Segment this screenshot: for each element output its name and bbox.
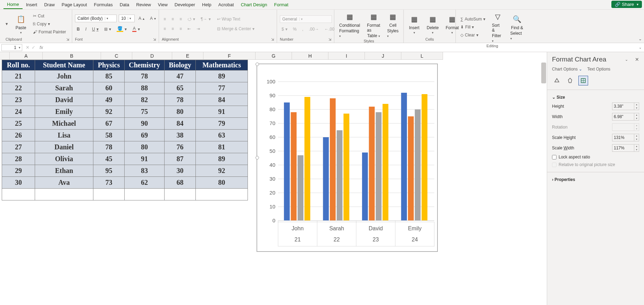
tab-draw[interactable]: Draw [41, 1, 58, 9]
table-row[interactable]: 25Michael67908479 [2, 118, 248, 130]
cell[interactable]: 88 [125, 82, 165, 94]
cell[interactable]: 65 [165, 82, 196, 94]
column-header[interactable]: F [203, 52, 256, 60]
italic-button[interactable]: I [84, 26, 88, 33]
cell[interactable]: 29 [2, 165, 35, 177]
text-options-tab[interactable]: Text Options [587, 67, 610, 72]
cell[interactable]: 27 [2, 141, 35, 153]
table-row[interactable]: 30Ava73626880 [2, 177, 248, 189]
undo-redo-dropdown[interactable]: ▾ [6, 21, 10, 26]
table-header[interactable]: Roll no. [2, 60, 35, 71]
name-box[interactable]: 1 [1, 44, 22, 51]
cell[interactable] [93, 189, 125, 200]
cell[interactable]: 77 [196, 82, 248, 94]
chart-handle-w[interactable] [256, 156, 259, 159]
cell[interactable]: 82 [125, 94, 165, 106]
column-header[interactable]: J [365, 52, 401, 60]
cell[interactable]: 60 [93, 82, 125, 94]
column-header[interactable]: G [256, 52, 292, 60]
fill-color-button[interactable]: 🪣 ▾ [115, 25, 128, 33]
cell[interactable]: 85 [93, 71, 125, 82]
cell[interactable]: 45 [93, 153, 125, 165]
column-header[interactable]: L [401, 52, 443, 60]
column-header[interactable]: H [292, 52, 328, 60]
clear-button[interactable]: ◇Clear ▾ [459, 32, 487, 39]
indent-dec-icon[interactable]: ⇤ [186, 25, 193, 32]
align-right-icon[interactable]: ≡ [178, 25, 184, 32]
align-left-icon[interactable]: ≡ [162, 25, 168, 32]
align-center-icon[interactable]: ≡ [170, 25, 176, 32]
tab-format[interactable]: Format [271, 1, 292, 9]
vertical-scrollbar[interactable] [541, 63, 546, 83]
column-header[interactable]: C [101, 52, 132, 60]
column-header[interactable]: D [132, 52, 172, 60]
scale-height-input[interactable]: 131%▴▾ [612, 134, 639, 141]
table-row[interactable]: 22Sarah60886577 [2, 82, 248, 94]
cell[interactable]: Daniel [35, 141, 93, 153]
cell[interactable]: Olivia [35, 153, 93, 165]
format-as-table-button[interactable]: ▦Format asTable ▾ [365, 10, 382, 39]
cell[interactable] [35, 189, 93, 200]
cell[interactable] [125, 189, 165, 200]
copy-button[interactable]: ⎘Copy ▾ [31, 20, 68, 27]
cell[interactable]: 69 [125, 130, 165, 141]
cell[interactable]: 83 [125, 165, 165, 177]
cell[interactable]: 68 [165, 177, 196, 189]
cell[interactable] [196, 189, 248, 200]
chart-handle-nw[interactable] [256, 63, 259, 66]
cell[interactable]: 80 [196, 177, 248, 189]
paste-button[interactable]: 📋 Paste▾ [13, 13, 28, 35]
table-header[interactable]: Mathematics [196, 60, 248, 71]
table-row[interactable]: 28Olivia45918789 [2, 153, 248, 165]
cell[interactable]: 78 [93, 141, 125, 153]
tab-data[interactable]: Data [116, 1, 133, 9]
height-input[interactable]: 3.38"▴▾ [612, 102, 639, 110]
conditional-formatting-button[interactable]: ▦ConditionalFormatting ▾ [337, 10, 362, 39]
pane-options-dropdown[interactable]: ⌄ [625, 57, 628, 62]
cell[interactable]: 63 [196, 130, 248, 141]
cell[interactable]: 87 [165, 153, 196, 165]
cell[interactable]: 84 [196, 94, 248, 106]
increase-font-icon[interactable]: A▴ [137, 15, 146, 22]
cell[interactable]: 76 [165, 141, 196, 153]
sort-filter-button[interactable]: ▽Sort &Filter ▾ [490, 10, 505, 44]
cell[interactable]: 75 [125, 106, 165, 118]
fill-line-icon[interactable] [552, 76, 562, 85]
table-row[interactable]: 26Lisa58693863 [2, 130, 248, 141]
expand-formula-bar-icon[interactable]: ⌄ [638, 46, 644, 49]
cell[interactable]: 92 [93, 106, 125, 118]
align-bottom-icon[interactable]: ≡ [178, 16, 184, 23]
cell[interactable]: 38 [165, 130, 196, 141]
align-top-icon[interactable]: ≡ [162, 16, 168, 23]
cancel-formula-icon[interactable]: ✕ [26, 45, 30, 50]
number-launcher[interactable]: ⇲ [328, 38, 331, 41]
size-properties-icon[interactable] [578, 76, 588, 85]
cell[interactable]: 73 [93, 177, 125, 189]
tab-developer[interactable]: Developer [171, 1, 199, 9]
cut-button[interactable]: ✂Cut [31, 13, 68, 19]
cell[interactable]: 80 [125, 141, 165, 153]
table-header[interactable]: Physics [93, 60, 125, 71]
cell[interactable]: 81 [196, 141, 248, 153]
cell[interactable] [2, 189, 35, 200]
chart-options-tab[interactable]: Chart Options ⌄ [552, 67, 582, 72]
table-row[interactable]: 24Emily92758091 [2, 106, 248, 118]
tab-chartdesign[interactable]: Chart Design [237, 1, 271, 9]
cell[interactable]: Lisa [35, 130, 93, 141]
cell[interactable]: 22 [2, 82, 35, 94]
tab-formulas[interactable]: Formulas [91, 1, 116, 9]
cell[interactable]: Ethan [35, 165, 93, 177]
cell[interactable]: Sarah [35, 82, 93, 94]
insert-cells-button[interactable]: ▦Insert▾ [407, 13, 422, 35]
find-select-button[interactable]: 🔍Find &Select ▾ [508, 13, 526, 41]
table-header[interactable]: Biology [165, 60, 196, 71]
cell[interactable]: 24 [2, 106, 35, 118]
cell[interactable]: David [35, 94, 93, 106]
table-row[interactable]: 23David49827884 [2, 94, 248, 106]
cell[interactable]: 84 [165, 118, 196, 130]
merge-center-button[interactable]: ⊟Merge & Center ▾ [215, 25, 257, 32]
delete-cells-button[interactable]: ▦Delete▾ [425, 13, 441, 35]
properties-section-toggle[interactable]: › Properties [552, 176, 639, 183]
cell[interactable]: 23 [2, 94, 35, 106]
cell[interactable]: 89 [196, 71, 248, 82]
